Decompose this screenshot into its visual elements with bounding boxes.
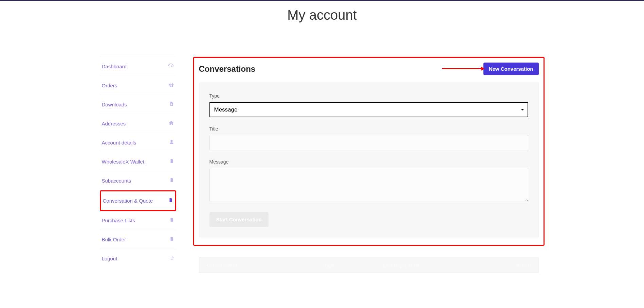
file-icon — [168, 197, 173, 204]
sidebar-item-subaccounts[interactable]: Subaccounts — [100, 171, 176, 190]
conversations-panel: Conversations New Conversation Type Mess… — [193, 57, 545, 246]
new-conversation-button[interactable]: New Conversation — [483, 63, 539, 75]
file-icon — [169, 177, 174, 184]
new-conversation-form: Type Message Title Message Start Convers… — [199, 83, 539, 237]
message-label: Message — [209, 159, 528, 165]
sidebar-item-label: Subaccounts — [102, 178, 131, 184]
home-icon — [168, 120, 174, 127]
file-icon — [169, 236, 174, 243]
sidebar-item-addresses[interactable]: Addresses — [100, 114, 176, 133]
sidebar-item-account-details[interactable]: Account details — [100, 133, 176, 152]
sidebar-item-logout[interactable]: Logout — [100, 249, 176, 268]
sidebar-item-label: Bulk Order — [102, 237, 126, 242]
start-conversation-button[interactable]: Start Conversation — [209, 212, 269, 227]
sidebar-item-label: Dashboard — [102, 64, 127, 69]
account-sidebar: Dashboard Orders Downloads Addresses Acc… — [100, 57, 176, 273]
sidebar-item-label: Downloads — [102, 102, 127, 107]
sidebar-item-label: Conversation & Quote — [103, 198, 153, 204]
sidebar-item-bulk-order[interactable]: Bulk Order — [100, 230, 176, 249]
svg-marker-1 — [481, 67, 484, 71]
sidebar-item-label: Purchase Lists — [102, 218, 135, 223]
sidebar-item-dashboard[interactable]: Dashboard — [100, 57, 176, 76]
table-header-conversation: Conversation — [207, 262, 324, 268]
logout-icon — [168, 255, 174, 262]
file-icon — [169, 217, 174, 224]
sidebar-item-label: Logout — [102, 256, 117, 261]
gauge-icon — [168, 63, 174, 70]
sidebar-item-downloads[interactable]: Downloads — [100, 95, 176, 114]
user-icon — [169, 139, 174, 146]
page-title: My account — [0, 1, 644, 36]
conversations-table: Conversation Type Last Reply Time Action — [199, 257, 539, 273]
sidebar-item-label: Account details — [102, 140, 136, 146]
sidebar-item-label: WholesaleX Wallet — [102, 159, 144, 165]
arrow-annotation — [442, 66, 484, 71]
message-textarea[interactable] — [209, 168, 528, 202]
basket-icon — [168, 82, 174, 89]
table-header-last-reply: Last Reply Time — [383, 262, 500, 268]
type-select[interactable]: Message — [209, 102, 528, 117]
sidebar-item-label: Orders — [102, 83, 117, 88]
conversations-heading: Conversations — [199, 64, 256, 74]
sidebar-item-purchase-lists[interactable]: Purchase Lists — [100, 211, 176, 230]
title-input[interactable] — [209, 135, 528, 150]
type-label: Type — [209, 93, 528, 99]
file-down-icon — [169, 101, 174, 108]
sidebar-item-label: Addresses — [102, 121, 126, 126]
title-label: Title — [209, 126, 528, 132]
table-header-type: Type — [324, 262, 383, 268]
sidebar-item-conversation-quote[interactable]: Conversation & Quote — [100, 190, 176, 211]
file-icon — [169, 158, 174, 165]
table-header-action: Action — [500, 262, 531, 268]
sidebar-item-orders[interactable]: Orders — [100, 76, 176, 95]
sidebar-item-wholesalex-wallet[interactable]: WholesaleX Wallet — [100, 152, 176, 171]
